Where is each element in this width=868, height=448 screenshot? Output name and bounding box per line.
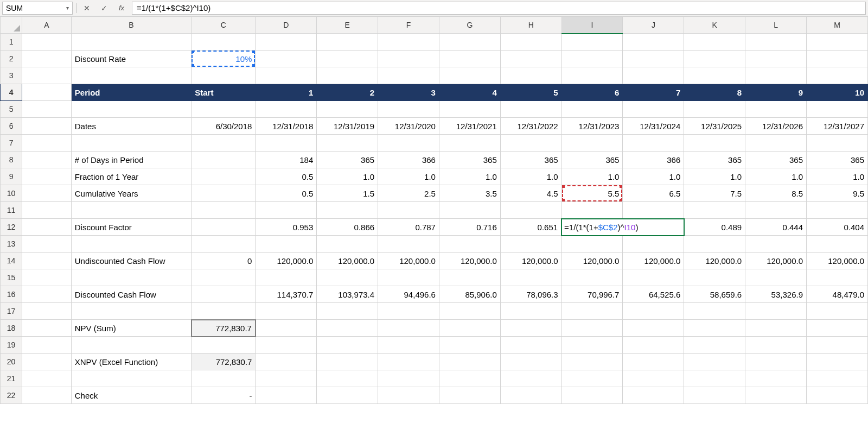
cell[interactable]: 0.444 xyxy=(745,219,807,236)
cell[interactable]: 365 xyxy=(684,152,745,168)
cell[interactable]: 120,000.0 xyxy=(684,253,745,269)
cell[interactable]: 94,496.6 xyxy=(378,286,439,303)
cell[interactable]: 120,000.0 xyxy=(317,253,378,269)
cell[interactable] xyxy=(684,354,745,370)
cell[interactable] xyxy=(378,337,439,354)
cell[interactable] xyxy=(561,337,623,354)
cell[interactable] xyxy=(192,370,256,387)
cell[interactable]: 12/31/2021 xyxy=(439,118,500,135)
cell[interactable] xyxy=(71,269,191,286)
cell-reference-target[interactable]: 5.5 xyxy=(561,185,623,202)
row-header[interactable]: 19 xyxy=(1,337,22,354)
cell[interactable] xyxy=(256,202,317,219)
cell[interactable] xyxy=(623,370,684,387)
cell[interactable] xyxy=(623,236,684,253)
cell[interactable] xyxy=(500,202,561,219)
cell[interactable] xyxy=(806,370,867,387)
cell[interactable] xyxy=(256,370,317,387)
cell[interactable]: 120,000.0 xyxy=(500,253,561,269)
cell[interactable] xyxy=(745,34,807,51)
row-header[interactable]: 20 xyxy=(1,354,22,370)
cell[interactable]: 120,000.0 xyxy=(561,253,623,269)
cell[interactable] xyxy=(561,34,623,51)
cell[interactable]: 120,000.0 xyxy=(378,253,439,269)
cell[interactable] xyxy=(745,387,807,404)
cell[interactable] xyxy=(500,135,561,152)
cell[interactable] xyxy=(192,303,256,320)
cell[interactable] xyxy=(22,185,72,202)
cell[interactable] xyxy=(378,370,439,387)
cell[interactable] xyxy=(439,337,500,354)
cell[interactable] xyxy=(71,202,191,219)
cell-label[interactable]: Dates xyxy=(71,118,191,135)
cell-label[interactable]: Discount Factor xyxy=(71,219,191,236)
cell[interactable]: 1.0 xyxy=(317,168,378,185)
row-header[interactable]: 10 xyxy=(1,185,22,202)
cell[interactable] xyxy=(22,253,72,269)
row-header[interactable]: 14 xyxy=(1,253,22,269)
row-header[interactable]: 16 xyxy=(1,286,22,303)
cell[interactable] xyxy=(192,185,256,202)
cell[interactable] xyxy=(192,269,256,286)
cell[interactable] xyxy=(22,67,72,84)
cell-label[interactable]: Fraction of 1 Year xyxy=(71,168,191,185)
cell[interactable] xyxy=(561,320,623,337)
cell[interactable]: 365 xyxy=(561,152,623,168)
formula-input[interactable]: =1/(1*(1+$C$2)^I10) xyxy=(132,2,866,15)
col-header[interactable]: C xyxy=(192,17,256,34)
cell-label[interactable]: # of Days in Period xyxy=(71,152,191,168)
cell[interactable]: 1.0 xyxy=(806,168,867,185)
cell[interactable]: 2.5 xyxy=(378,185,439,202)
cell[interactable]: 6.5 xyxy=(623,185,684,202)
cell[interactable] xyxy=(745,337,807,354)
cell[interactable] xyxy=(745,303,807,320)
cell[interactable] xyxy=(378,101,439,118)
cell[interactable]: 7 xyxy=(623,84,684,101)
cell[interactable] xyxy=(745,202,807,219)
cell[interactable] xyxy=(806,202,867,219)
cell[interactable] xyxy=(22,370,72,387)
cell-start-label[interactable]: Start xyxy=(192,84,256,101)
row-header[interactable]: 3 xyxy=(1,67,22,84)
cell[interactable] xyxy=(317,337,378,354)
cell[interactable] xyxy=(806,51,867,67)
cell[interactable]: 1.0 xyxy=(439,168,500,185)
cell[interactable]: 365 xyxy=(317,152,378,168)
cell[interactable] xyxy=(22,320,72,337)
cell-npv[interactable]: 772,830.7 xyxy=(192,320,256,337)
col-header[interactable]: J xyxy=(623,17,684,34)
cell[interactable] xyxy=(623,269,684,286)
cell[interactable] xyxy=(71,34,191,51)
cell[interactable] xyxy=(439,202,500,219)
chevron-down-icon[interactable]: ▾ xyxy=(66,5,69,11)
row-header[interactable]: 5 xyxy=(1,101,22,118)
cell[interactable]: 1.0 xyxy=(745,168,807,185)
cell[interactable] xyxy=(22,202,72,219)
cell[interactable] xyxy=(684,387,745,404)
cell[interactable]: 0.651 xyxy=(500,219,561,236)
row-header[interactable]: 2 xyxy=(1,51,22,67)
cell[interactable] xyxy=(561,135,623,152)
cell[interactable]: 120,000.0 xyxy=(806,253,867,269)
cell[interactable] xyxy=(22,236,72,253)
cell[interactable]: 0.716 xyxy=(439,219,500,236)
cell[interactable] xyxy=(22,152,72,168)
cell[interactable] xyxy=(192,34,256,51)
row-header[interactable]: 18 xyxy=(1,320,22,337)
cell[interactable] xyxy=(500,51,561,67)
cell[interactable]: 0.5 xyxy=(256,185,317,202)
cell[interactable]: 8 xyxy=(684,84,745,101)
cell[interactable] xyxy=(623,202,684,219)
cell[interactable]: 85,906.0 xyxy=(439,286,500,303)
cell[interactable] xyxy=(806,387,867,404)
cell[interactable] xyxy=(256,101,317,118)
cell[interactable] xyxy=(317,387,378,404)
cell[interactable] xyxy=(561,269,623,286)
cell[interactable] xyxy=(561,51,623,67)
cell[interactable] xyxy=(378,303,439,320)
cell[interactable] xyxy=(256,320,317,337)
col-header[interactable]: B xyxy=(71,17,191,34)
cell[interactable] xyxy=(806,67,867,84)
row-header[interactable]: 11 xyxy=(1,202,22,219)
cell[interactable] xyxy=(684,34,745,51)
